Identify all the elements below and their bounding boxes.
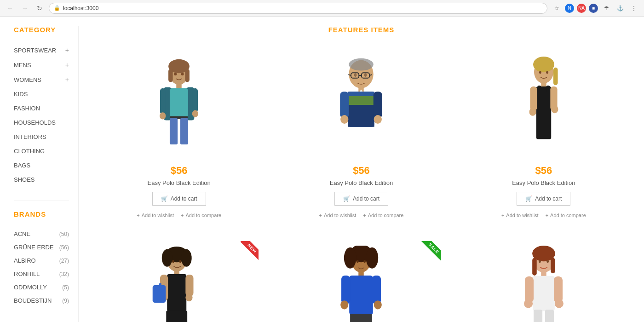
brand-label: GRÜNE ERDE [14,244,54,251]
category-item-mens[interactable]: MENS + [14,58,69,72]
brand-item-acne[interactable]: ACNE (50) [14,227,69,241]
svg-rect-32 [340,92,349,118]
category-item-bags[interactable]: BAGS [14,158,69,172]
sale-badge: SALE [414,241,441,269]
product-card-4: NEW [92,234,265,322]
svg-rect-28 [348,96,374,105]
compare-action-2[interactable]: + Add to compare [363,213,403,218]
category-item-shoes[interactable]: SHOES [14,172,69,187]
category-item-womens[interactable]: WOMENS + [14,72,69,87]
svg-point-35 [374,115,382,124]
extension-icon-1[interactable]: N [565,4,574,13]
svg-rect-10 [170,118,178,144]
svg-point-39 [533,57,554,72]
menu-icon[interactable]: ⋮ [628,3,639,14]
brand-count: (56) [59,244,69,251]
brand-count: (32) [59,271,69,277]
wishlist-action-1[interactable]: + Add to wishlist [137,213,174,218]
category-item-interiors[interactable]: INTERIORS [14,130,69,144]
back-button[interactable]: ← [5,3,16,14]
add-to-cart-button-3[interactable]: 🛒 Add to cart [517,192,570,206]
plus-icon: + [546,213,548,218]
compare-action-1[interactable]: + Add to compare [181,213,221,218]
svg-point-68 [366,247,379,269]
cart-icon: 🛒 [525,196,532,202]
brand-item-ronhill[interactable]: RONHILL (32) [14,267,69,281]
category-list: SPORTSWEAR + MENS + WOMENS + KIDS FASHIO… [14,43,69,187]
wishlist-action-3[interactable]: + Add to wishlist [501,213,539,218]
person-figure-5 [331,246,391,322]
brand-count: (50) [59,231,69,237]
bookmark-icon[interactable]: ☆ [551,3,562,14]
svg-rect-57 [166,310,187,322]
product-image-3 [464,52,623,158]
category-item-sportswear[interactable]: SPORTSWEAR + [14,43,69,58]
svg-rect-60 [153,285,166,303]
reload-button[interactable]: ↻ [34,3,45,14]
category-item-clothing[interactable]: CLOTHING [14,144,69,158]
product-card-2: $56 Easy Polo Black Edition 🛒 Add to car… [275,45,448,225]
add-to-cart-button-2[interactable]: 🛒 Add to cart [334,192,388,206]
category-item-households[interactable]: HOUSEHOLDS [14,115,69,130]
svg-point-53 [162,249,172,267]
svg-point-90 [539,260,541,263]
svg-rect-83 [533,276,555,311]
svg-rect-31 [348,105,374,127]
svg-point-63 [172,260,174,263]
svg-rect-59 [185,275,193,297]
svg-rect-80 [532,258,537,276]
svg-rect-61 [159,283,161,288]
category-item-kids[interactable]: KIDS [14,87,69,101]
brand-label: RONHILL [14,270,40,277]
category-label: HOUSEHOLDS [14,119,56,126]
svg-rect-8 [170,89,188,118]
extension-icon-2[interactable]: NA [577,4,586,13]
brand-label: ACNE [14,230,30,237]
extension-icon-3[interactable]: ■ [589,4,598,13]
extensions-icon[interactable]: ⚓ [615,3,626,14]
new-badge-label: NEW [241,241,259,260]
main-content: FEATURES ITEMS [79,17,644,322]
svg-rect-30 [361,92,374,96]
brand-item-grune-erde[interactable]: GRÜNE ERDE (56) [14,241,69,254]
brand-item-oddmolly[interactable]: ODDMOLLY (5) [14,281,69,294]
product-price-3: $56 [535,165,552,177]
svg-point-76 [356,260,359,263]
cart-icon: 🛒 [161,196,168,202]
svg-rect-3 [185,69,190,82]
brand-item-albiro[interactable]: ALBIRO (27) [14,254,69,267]
add-to-cart-button-1[interactable]: 🛒 Add to cart [152,192,206,206]
product-image-2 [282,52,441,158]
shield-icon[interactable]: ☂ [601,3,612,14]
svg-point-47 [529,108,536,116]
product-card-6: $56 Easy Polo Black Edition 🛒 Add to car… [457,234,630,322]
forward-button[interactable]: → [19,3,30,14]
person-figure-1 [149,57,209,153]
page-content: CATEGORY SPORTSWEAR + MENS + WOMENS + KI… [0,17,644,322]
category-section-title: CATEGORY [14,26,69,34]
category-label: CLOTHING [14,148,45,155]
browser-chrome: ← → ↻ 🔒 localhost:3000 ☆ N NA ■ ☂ ⚓ ⋮ [0,0,644,17]
brand-count: (9) [62,298,69,304]
product-card-3: $56 Easy Polo Black Edition 🛒 Add to car… [457,45,630,225]
features-items-title: FEATURES ITEMS [92,26,630,34]
product-card-5: SALE [275,234,448,322]
address-bar[interactable]: 🔒 localhost:3000 [49,3,547,14]
wishlist-label: Add to wishlist [142,213,174,218]
sale-badge-label: SALE [421,241,441,261]
product-actions-1: + Add to wishlist + Add to compare [137,213,221,218]
svg-point-34 [341,115,349,124]
wishlist-action-2[interactable]: + Add to wishlist [319,213,356,218]
compare-label: Add to compare [368,213,404,218]
brand-item-boudestijn[interactable]: BOUDESTIJN (9) [14,294,69,307]
compare-action-3[interactable]: + Add to compare [546,213,586,218]
product-image-6 [464,241,623,322]
svg-rect-29 [348,92,362,96]
product-card-1: $56 Easy Polo Black Edition 🛒 Add to car… [92,45,265,225]
browser-toolbar: ☆ N NA ■ ☂ ⚓ ⋮ [551,3,639,14]
products-grid-row1: $56 Easy Polo Black Edition 🛒 Add to car… [92,45,630,225]
svg-point-36 [354,73,357,77]
compare-label: Add to compare [185,213,221,218]
product-image-5: SALE [282,241,441,322]
category-item-fashion[interactable]: FASHION [14,101,69,115]
